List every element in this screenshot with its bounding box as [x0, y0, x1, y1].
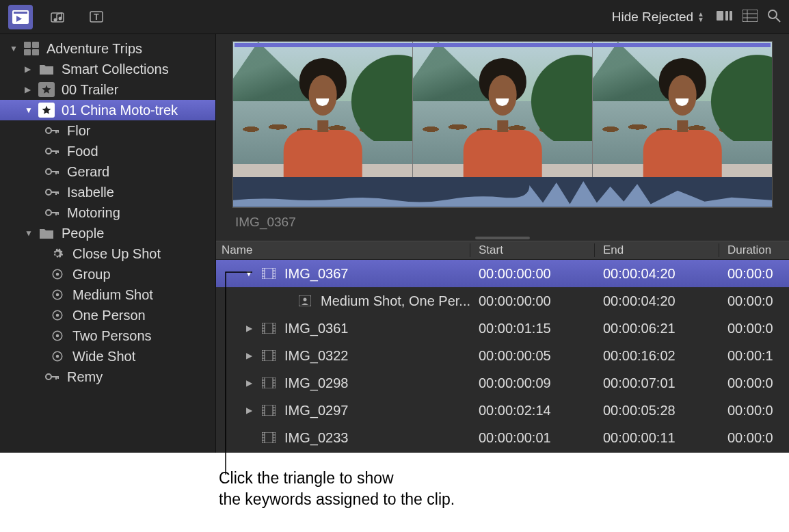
clip-row[interactable]: ▼IMG_036700:00:00:0000:00:04:2000:00:0	[216, 260, 789, 287]
svg-rect-40	[51, 212, 58, 213]
caption-line-2: the keywords assigned to the clip.	[219, 489, 789, 510]
film-icon	[261, 377, 276, 389]
keyword-gerard[interactable]: Gerard	[0, 161, 215, 182]
clip-row[interactable]: IMG_023300:00:00:0100:00:00:1100:00:0	[216, 424, 789, 451]
sidebar-item-label: Remy	[67, 369, 103, 385]
clip-duration: 00:00:0	[719, 266, 789, 282]
svg-rect-19	[24, 49, 31, 55]
titles-browser-button[interactable]: T	[85, 5, 109, 29]
key-icon	[44, 369, 60, 384]
column-name[interactable]: Name	[216, 243, 470, 257]
svg-rect-25	[55, 130, 57, 133]
keyword-motoring[interactable]: Motoring	[0, 202, 215, 223]
disclosure-triangle[interactable]: ▶	[243, 323, 254, 333]
audio-browser-button[interactable]	[46, 5, 71, 29]
keyword-remy[interactable]: Remy	[0, 367, 215, 387]
svg-rect-37	[55, 191, 57, 195]
clip-end: 00:00:07:01	[595, 375, 719, 391]
disclosure-triangle[interactable]: ▼	[243, 269, 254, 278]
keyword-food[interactable]: Food	[0, 141, 215, 161]
clip-end: 00:00:00:11	[595, 430, 719, 446]
disclosure-triangle[interactable]: ▶	[243, 351, 254, 360]
svg-rect-8	[717, 11, 723, 21]
media-browser-button[interactable]	[8, 5, 33, 29]
gear-icon	[49, 328, 66, 343]
clip-duration: 00:00:1	[719, 348, 789, 364]
sidebar-item-label: Food	[67, 144, 98, 159]
filmstrip-clip[interactable]	[232, 41, 773, 208]
clip-duration: 00:00:0	[719, 293, 789, 309]
svg-point-35	[46, 189, 51, 195]
keyword-isabelle[interactable]: Isabelle	[0, 182, 215, 202]
svg-rect-32	[51, 171, 58, 172]
disclosure-triangle[interactable]: ▶	[243, 378, 254, 388]
sidebar-item-label: Close Up Shot	[72, 246, 161, 262]
search-button[interactable]	[767, 9, 781, 25]
svg-rect-30	[57, 150, 59, 153]
svg-rect-55	[55, 376, 57, 380]
people-folder-row[interactable]: ▼ People	[0, 223, 215, 243]
column-end[interactable]: End	[595, 243, 719, 257]
filter-popup[interactable]: Hide Rejected ▲▼	[612, 10, 704, 25]
clip-appearance-button[interactable]	[717, 10, 733, 25]
svg-text:T: T	[94, 12, 99, 22]
smart-collections-row[interactable]: ▶ Smart Collections	[0, 59, 215, 79]
film-icon	[261, 431, 276, 444]
keyword-flor[interactable]: Flor	[0, 120, 215, 141]
smart-group[interactable]: Group	[0, 264, 215, 284]
smart-oneperson[interactable]: One Person	[0, 305, 215, 325]
clip-start: 00:00:00:00	[470, 293, 595, 309]
svg-rect-10	[730, 11, 732, 21]
sidebar-item-label: Smart Collections	[62, 62, 169, 77]
smart-medium[interactable]: Medium Shot	[0, 284, 215, 305]
svg-rect-42	[57, 212, 59, 215]
svg-rect-1	[14, 12, 27, 14]
svg-point-53	[46, 374, 51, 380]
clip-row[interactable]: Medium Shot, One Per...00:00:00:0000:00:…	[216, 287, 789, 315]
library-row[interactable]: ▼ Adventure Trips	[0, 38, 215, 59]
folder-icon	[38, 62, 55, 77]
clip-start: 00:00:00:05	[470, 348, 595, 364]
library-name: Adventure Trips	[46, 41, 142, 57]
svg-point-27	[46, 148, 51, 154]
clip-row[interactable]: ▶IMG_029700:00:02:1400:00:05:2800:00:0	[216, 397, 789, 424]
folder-icon	[38, 226, 55, 241]
svg-rect-18	[32, 42, 39, 48]
gear-icon	[49, 349, 66, 364]
clip-duration: 00:00:0	[719, 403, 789, 418]
pane-resize-handle[interactable]	[475, 237, 530, 239]
browser: IMG_0367 Name Start End Duration ▼IMG_03…	[216, 34, 789, 453]
clip-row[interactable]: ▶IMG_017800:00:00:1100:00:07:24	[216, 451, 789, 453]
svg-point-23	[46, 128, 51, 133]
event-trailer-row[interactable]: ▶ 00 Trailer	[0, 79, 215, 100]
clip-duration: 00:00:0	[719, 430, 789, 446]
svg-point-39	[46, 210, 51, 215]
key-icon	[44, 123, 60, 138]
event-china-row[interactable]: ▼ 01 China Moto-trek	[0, 100, 215, 120]
clip-start: 00:00:00:00	[470, 266, 595, 282]
sidebar-item-label: Medium Shot	[72, 287, 153, 303]
gear-icon	[49, 287, 66, 302]
svg-rect-28	[51, 150, 58, 152]
svg-rect-33	[55, 171, 57, 174]
svg-rect-9	[725, 11, 728, 21]
column-start[interactable]: Start	[470, 243, 595, 257]
list-header: Name Start End Duration	[216, 241, 789, 260]
clip-row[interactable]: ▶IMG_036100:00:01:1500:00:06:2100:00:0	[216, 315, 789, 342]
column-duration[interactable]: Duration	[719, 243, 789, 257]
clip-row[interactable]: ▶IMG_032200:00:00:0500:00:16:0200:00:1	[216, 342, 789, 369]
list-view-button[interactable]	[743, 10, 758, 25]
svg-rect-36	[51, 191, 58, 193]
smart-wideshot[interactable]: Wide Shot	[0, 346, 215, 367]
disclosure-triangle[interactable]: ▶	[243, 405, 254, 415]
event-icon	[38, 103, 55, 118]
clip-end: 00:00:04:20	[595, 293, 719, 309]
clip-row[interactable]: ▶IMG_029800:00:00:0900:00:07:0100:00:0	[216, 369, 789, 397]
svg-point-67	[304, 298, 307, 302]
sidebar-item-label: 01 China Moto-trek	[62, 103, 178, 118]
sidebar-item-label: Wide Shot	[72, 349, 135, 364]
chevron-right-icon: ▶	[25, 85, 34, 94]
smart-closeup[interactable]: Close Up Shot	[0, 243, 215, 264]
film-icon	[261, 404, 276, 416]
smart-twopersons[interactable]: Two Persons	[0, 325, 215, 346]
